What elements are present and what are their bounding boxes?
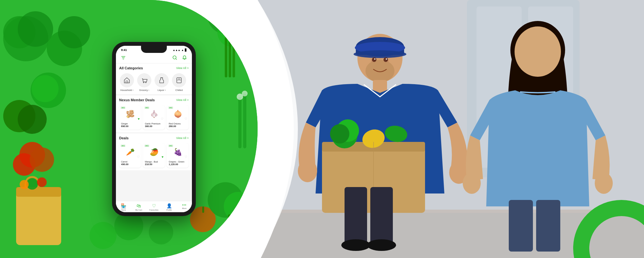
svg-point-14 [217,18,246,47]
phone-mockup: 9:41 ▲▲▲ ▲ ▊ [112,42,196,216]
category-liquor[interactable]: Liquor › [154,73,169,92]
wifi-icon: ▲ [181,49,184,52]
svg-rect-85 [536,200,560,252]
nav-profile[interactable]: 👤 Profile [162,203,177,211]
onion-img: 🧅 [169,107,187,121]
top-icons-right [171,54,188,61]
profile-icon: 👤 [166,203,172,208]
ginger-img: 🫚 [121,107,139,121]
status-icons: ▲▲▲ ▲ ▊ [173,49,187,52]
carrot-badge: 1KG [120,144,126,147]
bottom-nav: 🏪 Store 🛍 My Cart ♡ Favourites 👤 [116,201,192,212]
phone-screen: 9:41 ▲▲▲ ▲ ▊ [116,46,192,212]
garlic-name: Garlic Premium [145,123,163,125]
svg-rect-16 [232,35,235,77]
phone-frame: 9:41 ▲▲▲ ▲ ▊ [112,42,196,216]
chilled-label: Chilled [175,89,183,92]
nav-more[interactable]: ••• More [177,203,192,211]
svg-point-62 [384,57,388,62]
svg-rect-76 [345,187,367,245]
categories-title: All Categories [119,66,143,70]
categories-view-all[interactable]: View All > [176,66,189,70]
store-icon: 🏪 [121,203,126,208]
garlic-price: 380.00 [145,125,163,128]
svg-point-41 [143,82,144,83]
battery-icon: ▊ [185,49,187,52]
product-mango[interactable]: 1KG 🥭 ♥ Mango - Bud 210.00 [143,143,165,168]
nav-store[interactable]: 🏪 Store [116,203,131,211]
phone-notch [141,46,167,53]
svg-point-81 [515,26,561,77]
onion-name: Red Onions [169,123,187,125]
svg-point-42 [146,82,147,83]
svg-rect-15 [229,39,231,77]
categories-header: All Categories View All > [116,64,192,71]
categories-row: Household › [116,71,192,94]
svg-point-38 [173,56,176,59]
grapes-img: 🍇 [169,145,187,159]
svg-point-57 [354,50,406,58]
svg-rect-17 [225,37,227,77]
search-icon[interactable] [171,54,178,61]
svg-point-12 [18,105,47,134]
member-deals-view-all[interactable]: View All > [176,98,189,102]
category-chilled[interactable]: Chilled [171,73,187,92]
svg-point-8 [30,147,54,172]
deals-header: Deals View All > [116,134,192,141]
onion-badge: 1KG [168,106,173,109]
main-container: 9:41 ▲▲▲ ▲ ▊ [0,0,644,258]
cart-icon: 🛍 [137,203,141,208]
product-grapes[interactable]: 1KG 🍇 ♡ Grapes - Green 1,120.00 [167,143,189,168]
nav-cart[interactable]: 🛍 My Cart [131,203,146,211]
more-label: More [182,207,187,209]
svg-rect-34 [228,214,231,231]
svg-rect-40 [126,81,128,83]
grapes-name: Grapes - Green [169,161,187,163]
category-grocery[interactable]: Grocery › [137,73,152,92]
svg-point-25 [90,222,117,249]
grapes-heart[interactable]: ♡ [185,155,187,159]
notification-icon[interactable] [181,54,188,61]
right-section [258,0,644,258]
svg-point-64 [386,58,387,60]
ginger-heart[interactable]: ♥ [138,117,140,121]
category-household[interactable]: Household › [119,73,135,92]
svg-point-79 [367,239,396,251]
carrot-heart[interactable]: ♡ [137,155,140,159]
svg-point-66 [298,160,317,182]
svg-point-78 [341,239,370,251]
mango-img: 🥭 [145,145,163,159]
more-icon: ••• [182,203,187,207]
svg-point-82 [463,173,481,194]
left-section: 9:41 ▲▲▲ ▲ ▊ [0,0,258,258]
carrot-img: 🥕 [121,145,139,159]
mango-heart[interactable]: ♥ [162,155,164,159]
product-carrot[interactable]: 1KG 🥕 ♡ Carrot 490.00 [119,143,141,168]
product-red-onions[interactable]: 1KG 🧅 ♡ Red Onions 260.00 [167,105,189,130]
deals-title: Deals [119,136,128,140]
nav-favourites[interactable]: ♡ Favourites [146,203,161,211]
liquor-label: Liquor › [157,89,166,92]
deals-products: 1KG 🥕 ♡ Carrot 490.00 1KG 🥭 ♥ [116,141,192,170]
product-garlic[interactable]: 1KG 🧄 ♡ Garlic Premium 380.00 [143,105,165,130]
garlic-img: 🧄 [145,107,163,121]
svg-rect-44 [177,78,181,83]
garlic-heart[interactable]: ♡ [161,117,164,121]
svg-point-63 [374,58,375,60]
svg-point-83 [595,173,613,194]
deals-view-all[interactable]: View All > [176,136,189,140]
product-ginger[interactable]: 1KG 🫚 ♥ Ginger 690.00 [119,105,141,130]
svg-point-72 [330,124,349,144]
liquor-icon-circle [155,73,169,87]
status-time: 9:41 [121,48,127,52]
svg-point-21 [37,177,47,187]
member-deals-title: Nexus Member Deals [119,98,155,102]
filter-icon[interactable] [120,54,127,61]
cart-label: My Cart [135,209,142,211]
grocery-icon-circle [137,73,151,87]
svg-point-61 [372,57,376,62]
household-label: Household › [120,89,133,92]
svg-rect-84 [509,200,533,252]
ginger-badge: 1KG [120,106,126,109]
onion-heart[interactable]: ♡ [185,117,187,121]
